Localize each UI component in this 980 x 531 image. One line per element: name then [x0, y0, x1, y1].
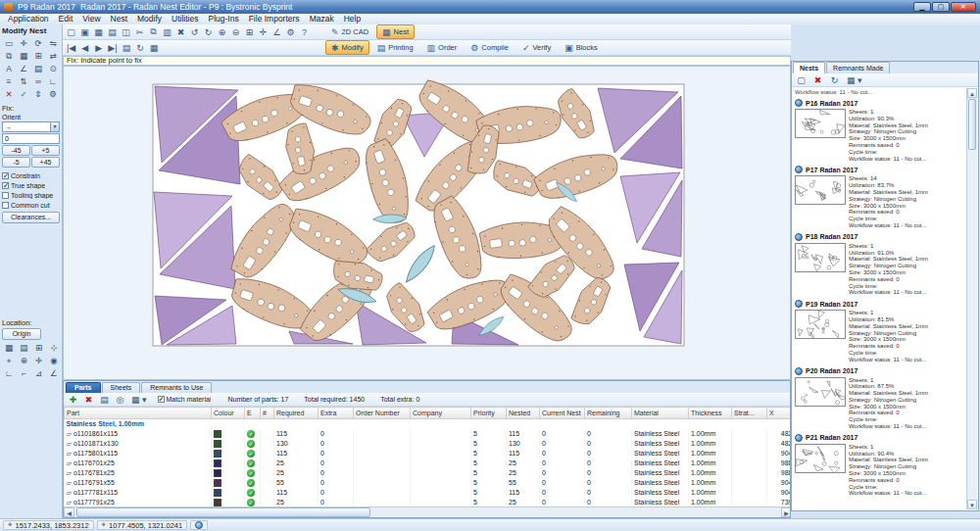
select-tool-icon[interactable]: ▭: [2, 37, 16, 49]
nest-button[interactable]: ▦Nest: [376, 24, 415, 39]
tab-remnants-made[interactable]: Remnants Made: [826, 62, 890, 73]
delete-tool-icon[interactable]: ✕: [2, 88, 16, 100]
menu-item-help[interactable]: Help: [339, 14, 366, 24]
save-icon[interactable]: ▦: [92, 25, 105, 38]
parts-table-hscrollbar[interactable]: ◀ ▶: [64, 507, 791, 517]
menu-item-file-importers[interactable]: File Importers: [244, 14, 305, 24]
tab-sheets[interactable]: Sheets: [102, 382, 141, 393]
close-button[interactable]: ✕: [951, 2, 976, 12]
order-button[interactable]: ▥Order: [421, 40, 464, 55]
corner-tl-icon[interactable]: ⌐: [17, 367, 30, 379]
settings-tool-icon[interactable]: ⚙: [46, 88, 60, 100]
zoom-out-icon[interactable]: ⊖: [229, 25, 242, 38]
rotate-minus-45-button[interactable]: -45: [2, 145, 30, 156]
menu-item-modify[interactable]: Modify: [132, 14, 167, 24]
match-material-checkbox[interactable]: ✓: [158, 396, 165, 403]
scroll-right-icon[interactable]: ▶: [781, 507, 791, 517]
column-header-thickness[interactable]: Thickness: [689, 408, 732, 419]
undo-icon[interactable]: ↺: [188, 25, 201, 38]
column-header-company[interactable]: Company: [411, 408, 471, 419]
text-tool-icon[interactable]: A: [2, 63, 16, 74]
chevron-down-icon[interactable]: ▼: [50, 122, 59, 131]
pan-icon[interactable]: ✛: [257, 25, 270, 38]
nudge-tool-icon[interactable]: ⇄: [46, 50, 60, 62]
add-part-icon[interactable]: ✚: [67, 393, 79, 406]
menu-item-edit[interactable]: Edit: [54, 14, 78, 24]
remove-part-icon[interactable]: ✖: [82, 393, 95, 406]
last-nest-icon[interactable]: ▶|: [106, 41, 119, 54]
nest-list-item[interactable]: P16 Radan 2017Sheets: 1Utilization: 90.3…: [795, 98, 964, 162]
corner-br-icon[interactable]: ∠: [47, 367, 61, 379]
array-tool-icon[interactable]: ▦: [17, 50, 30, 62]
origin-button[interactable]: Origin: [2, 328, 41, 340]
nest-list-item[interactable]: P21 Radan 2017Sheets: 1Utilization: 90.4…: [795, 433, 964, 497]
column-header--[interactable]: #: [261, 408, 274, 419]
nest-thumbnail[interactable]: [795, 243, 846, 272]
mirror-tool-icon[interactable]: ⇋: [46, 37, 60, 49]
table-row[interactable]: ▱o1175801x115✓1150511500Stainless Steel1…: [65, 449, 791, 459]
menu-item-view[interactable]: View: [77, 14, 105, 24]
corner-bl-icon[interactable]: ∟: [2, 367, 16, 379]
link-tool-icon[interactable]: ∞: [31, 75, 45, 87]
grid-icon[interactable]: ▦: [148, 41, 161, 54]
nest-list-item[interactable]: P17 Radan 2017Sheets: 14Utilization: 83.…: [795, 165, 964, 228]
scroll-up-icon[interactable]: ▲: [967, 88, 977, 98]
menu-item-application[interactable]: Application: [3, 14, 54, 24]
true-shape-checkbox[interactable]: ✓: [2, 182, 9, 189]
apply-tool-icon[interactable]: ✓: [17, 88, 30, 100]
tab-nests[interactable]: Nests: [793, 62, 825, 73]
rotate-plus-45-button[interactable]: +45: [31, 157, 60, 168]
blocks-button[interactable]: ▣Blocks: [559, 40, 604, 55]
2d-cad-button[interactable]: ✎2D CAD: [325, 24, 374, 39]
updown-tool-icon[interactable]: ⇕: [31, 88, 45, 100]
help-icon[interactable]: ?: [298, 25, 311, 38]
constrain-checkbox[interactable]: ✓: [2, 172, 9, 179]
preview-icon[interactable]: ◫: [120, 25, 132, 38]
nest-list-scrollbar[interactable]: ▲ ▼: [966, 88, 977, 509]
verify-button[interactable]: ✓Verify: [516, 40, 557, 55]
table-row[interactable]: ▱o1176791x55✓55055500Stainless Steel1.00…: [65, 478, 791, 488]
table-row[interactable]: ▱o1177791x25✓25052500Stainless Steel1.00…: [65, 498, 791, 507]
column-header-x[interactable]: X: [767, 408, 791, 419]
snap-cross-icon[interactable]: ⊞: [32, 342, 46, 354]
sheet-list-icon[interactable]: ▤: [121, 41, 133, 54]
nest-list-item[interactable]: P18 Radan 2017Sheets: 1Utilization: 91.0…: [795, 232, 964, 296]
column-header-e[interactable]: E: [245, 408, 261, 419]
snap-mid-icon[interactable]: ▤: [17, 342, 30, 354]
column-header-part[interactable]: Part: [65, 408, 212, 419]
move-tool-icon[interactable]: ✛: [17, 37, 30, 49]
scroll-down-icon[interactable]: ▼: [967, 500, 977, 509]
maximize-button[interactable]: ▢: [932, 2, 950, 12]
snap-node-icon[interactable]: ⊕: [17, 355, 30, 366]
find-part-icon[interactable]: ◎: [114, 393, 126, 406]
cut-icon[interactable]: ✂: [133, 25, 146, 38]
paste-icon[interactable]: ▥: [161, 25, 173, 38]
first-nest-icon[interactable]: |◀: [65, 41, 77, 54]
tab-remnants-to-use[interactable]: Remnants to Use: [141, 382, 212, 393]
snap-center-icon[interactable]: ⌖: [2, 355, 16, 366]
table-row[interactable]: ▱o1176701x25✓25052500Stainless Steel1.00…: [65, 459, 791, 468]
tab-parts[interactable]: Parts: [66, 382, 101, 393]
common-cut-checkbox[interactable]: [2, 202, 9, 209]
snap-grid-icon[interactable]: ▦: [2, 342, 16, 354]
table-row[interactable]: ▱o1177781x115✓1150511500Stainless Steel1…: [65, 488, 791, 498]
new-nest-icon[interactable]: ▢: [795, 73, 808, 86]
column-header-material[interactable]: Material: [632, 408, 689, 419]
column-header-order-number[interactable]: Order Number: [354, 408, 411, 419]
rotate-minus-5-button[interactable]: -5: [2, 157, 30, 168]
align-tool-icon[interactable]: ⊞: [31, 50, 45, 62]
column-header-current-nest[interactable]: Current Nest: [540, 408, 585, 419]
minimize-button[interactable]: ▁: [913, 2, 931, 12]
scrollbar-thumb[interactable]: [968, 99, 976, 150]
clearances-button[interactable]: Clearances...: [2, 212, 60, 223]
angle-input[interactable]: [2, 133, 60, 144]
open-icon[interactable]: ▣: [78, 25, 91, 38]
snap-quad-icon[interactable]: ✛: [32, 355, 46, 366]
measure-icon[interactable]: ∠: [270, 25, 283, 38]
zoom-extents-icon[interactable]: ⊞: [243, 25, 256, 38]
copy-tool-icon[interactable]: ⧉: [2, 50, 16, 62]
tooling-shape-checkbox[interactable]: [2, 192, 9, 199]
sequence-tool-icon[interactable]: ≡: [2, 75, 16, 87]
scroll-left-icon[interactable]: ◀: [64, 507, 74, 517]
nest-list-item[interactable]: P20 Radan 2017Sheets: 1Utilization: 87.5…: [795, 366, 964, 430]
